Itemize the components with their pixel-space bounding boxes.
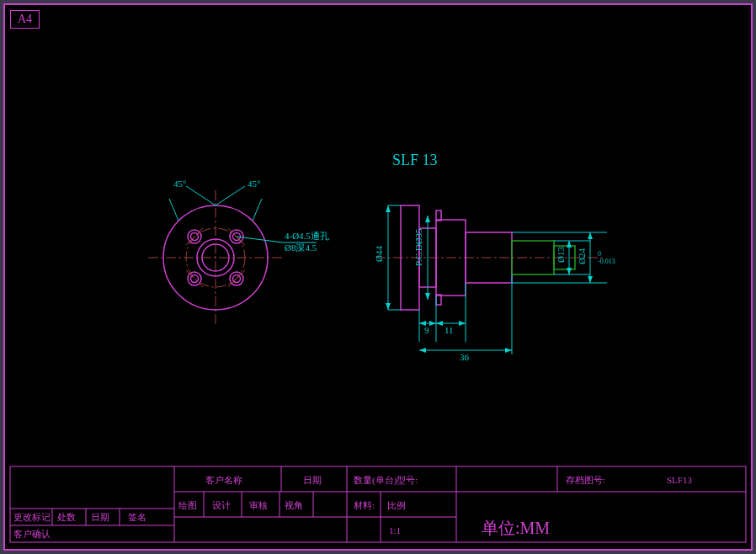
check-label: 审核 [249, 500, 268, 510]
svg-marker-31 [386, 303, 391, 310]
svg-marker-38 [567, 241, 572, 248]
design-label: 设计 [212, 500, 231, 510]
cad-drawing-frame: A4 SLF 13 45° 45° 4-Ø4.5通孔 Ø8深4.5 Ø44 [0, 0, 756, 554]
svg-marker-35 [425, 216, 430, 222]
svg-marker-44 [588, 276, 593, 283]
svg-line-15 [186, 270, 203, 287]
sign-label: 签名 [128, 512, 146, 522]
svg-marker-43 [588, 232, 593, 239]
dim-dia-24: Ø24 [577, 248, 587, 264]
dim-len-11: 11 [445, 325, 454, 335]
tol-upper: 0 [598, 250, 601, 258]
customer-label: 客户名称 [205, 475, 242, 485]
rev-mark-label: 更改标记 [13, 512, 51, 522]
material-label: 材料: [353, 500, 375, 510]
scale-value: 1:1 [389, 525, 401, 535]
svg-marker-58 [419, 348, 426, 353]
svg-marker-36 [425, 293, 430, 300]
tol-lower: -0.013 [598, 258, 615, 265]
svg-marker-30 [386, 205, 391, 212]
dim-len-9: 9 [424, 325, 429, 335]
rev-date-label: 日期 [91, 512, 109, 522]
dim-dia-44: Ø44 [374, 246, 384, 262]
dim-dia-13: Ø13 [556, 247, 566, 263]
customer-confirm-label: 客户确认 [13, 529, 51, 539]
angle-45-left: 45° [173, 178, 186, 189]
front-view: 45° 45° 4-Ø4.5通孔 Ø8深4.5 [148, 178, 329, 325]
title-block: 更改标记 处数 日期 签名 客户确认 客户名称 日期 数量(单台)型号: 存档图… [10, 466, 746, 542]
archive-value: SLF13 [667, 475, 692, 485]
drawing-sheet: A4 SLF 13 45° 45° 4-Ø4.5通孔 Ø8深4.5 Ø44 [3, 3, 753, 551]
draw-label: 绘图 [178, 500, 197, 510]
dim-pcd-35: P.C.DØ35 [413, 228, 423, 266]
angle-45-right: 45° [248, 178, 260, 189]
unit-label: 单位:MM [482, 519, 550, 537]
part-title: SLF 13 [392, 152, 438, 168]
svg-marker-59 [505, 348, 512, 353]
dim-len-36: 36 [460, 352, 470, 362]
hole-note: 4-Ø4.5通孔 [285, 231, 329, 241]
view-label: 视角 [285, 500, 303, 510]
date-label: 日期 [303, 475, 322, 485]
svg-marker-39 [567, 268, 572, 274]
side-view: Ø44 P.C.DØ35 Ø13 Ø24 0 -0.013 9 11 36 [374, 205, 615, 362]
archive-label: 存档图号: [566, 475, 605, 485]
dept-label: 处数 [57, 512, 76, 522]
counterbore-note: Ø8深4.5 [285, 242, 317, 253]
svg-marker-53 [429, 321, 436, 326]
qty-model-label: 数量(单台)型号: [354, 475, 418, 486]
svg-marker-55 [436, 321, 443, 326]
svg-rect-27 [436, 210, 441, 221]
svg-rect-28 [436, 295, 441, 305]
drawing-canvas: SLF 13 45° 45° 4-Ø4.5通孔 Ø8深4.5 Ø44 [5, 5, 751, 549]
scale-label: 比例 [387, 500, 406, 510]
svg-marker-56 [459, 321, 466, 326]
